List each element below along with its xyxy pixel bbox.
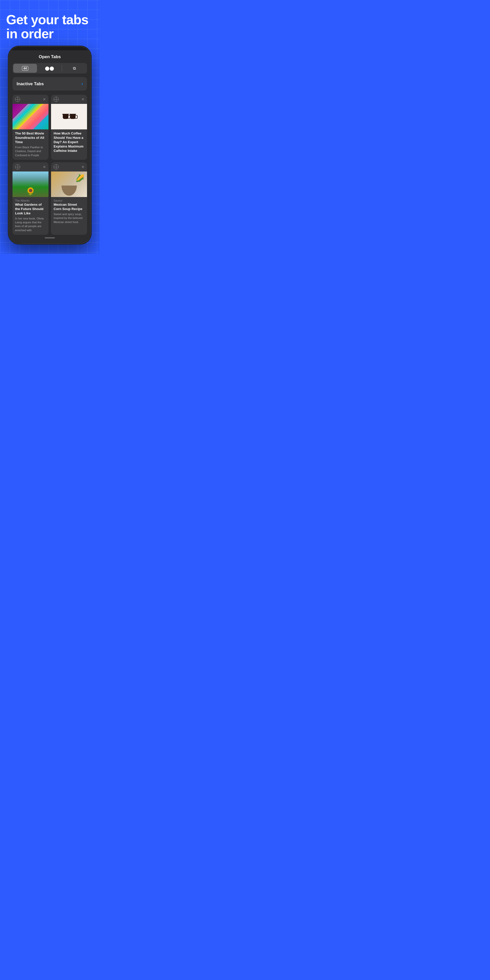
tab-count-badge: 44	[22, 66, 28, 71]
inactive-tabs-label: Inactive Tabs	[17, 81, 44, 86]
tab-card-header: ✕	[51, 162, 87, 172]
phone-frame: Open Tabs 44 ⬤⬤ ⧉ Ina	[9, 47, 91, 243]
tab-card-content: The 50 Best Movie Soundtracks of All Tim…	[13, 129, 48, 160]
browser-screen: Open Tabs 44 ⬤⬤ ⧉ Ina	[9, 50, 91, 243]
tab-selector-divider	[62, 65, 62, 71]
tab-card-header: ✕	[51, 95, 87, 104]
tab-thumbnail-soundtracks	[13, 104, 48, 129]
scroll-indicator	[45, 237, 55, 239]
tab-option-private[interactable]: ⬤⬤	[38, 64, 61, 73]
tab-thumbnail-garden	[13, 172, 48, 197]
inactive-tabs-row[interactable]: Inactive Tabs ›	[13, 77, 87, 91]
tabs-grid: ✕ The 50 Best Movie Soundtracks of All T…	[13, 95, 87, 235]
coffee-cups-illustration	[63, 115, 76, 119]
tab-source: The Atlantic	[15, 199, 46, 202]
tab-card-header: ✕	[13, 95, 48, 104]
tab-close-button[interactable]: ✕	[81, 97, 84, 101]
globe-icon	[15, 164, 20, 169]
chevron-right-icon: ›	[81, 81, 83, 86]
open-tabs-title: Open Tabs	[39, 54, 61, 59]
tab-excerpt: Sweet and spicy soup, inspired by the be…	[54, 212, 84, 224]
tab-card-header: ✕	[13, 162, 48, 172]
coffee-cup-left	[63, 115, 68, 119]
phone-mockup: Open Tabs 44 ⬤⬤ ⧉ Ina	[0, 47, 100, 254]
tab-close-button[interactable]: ✕	[43, 97, 46, 101]
globe-icon	[54, 164, 59, 169]
tab-close-button[interactable]: ✕	[81, 165, 84, 169]
coffee-cup-right	[70, 115, 76, 119]
tab-thumbnail-corn	[51, 172, 87, 197]
tab-type-selector[interactable]: 44 ⬤⬤ ⧉	[13, 63, 87, 73]
tab-title: What Gardens of the Future Should Look L…	[15, 203, 46, 216]
tab-title: Mexican Street Corn Soup Recipe	[54, 203, 84, 211]
open-tabs-header: Open Tabs	[9, 50, 91, 63]
tab-source: Saveur	[54, 199, 84, 202]
bowl-illustration	[62, 186, 77, 196]
tab-thumbnail-coffee	[51, 104, 87, 129]
notch	[9, 47, 91, 50]
tab-card[interactable]: ✕ The Atlantic What Gardens of the Futur…	[13, 162, 48, 235]
tab-card-content: Saveur Mexican Street Corn Soup Recipe S…	[51, 197, 87, 227]
mask-icon: ⬤⬤	[45, 66, 54, 71]
synced-tabs-icon: ⧉	[73, 66, 76, 71]
tab-card-content: The Atlantic What Gardens of the Future …	[13, 197, 48, 235]
tab-excerpt: From Black Panther to Clueless, Dazed an…	[15, 145, 46, 157]
tab-title: How Much Coffee Should You Have a Day? A…	[54, 131, 84, 153]
tab-card-content: How Much Coffee Should You Have a Day? A…	[51, 129, 87, 156]
tab-option-synced[interactable]: ⧉	[62, 64, 86, 73]
tab-excerpt: In her new book, Olivia Laing argues tha…	[15, 217, 46, 232]
phone-screen: Open Tabs 44 ⬤⬤ ⧉ Ina	[9, 47, 91, 243]
tab-card[interactable]: ✕ Saveur Mexican Street Corn Soup Recipe…	[51, 162, 87, 235]
tab-card[interactable]: ✕ How Much Coffee Should You Have a Day?…	[51, 95, 87, 160]
tab-close-button[interactable]: ✕	[43, 165, 46, 169]
globe-icon	[15, 97, 20, 102]
tab-option-normal[interactable]: 44	[13, 64, 37, 73]
globe-icon	[54, 97, 59, 102]
tab-card[interactable]: ✕ The 50 Best Movie Soundtracks of All T…	[13, 95, 48, 160]
hero-title: Get your tabs in order	[6, 13, 94, 41]
tab-title: The 50 Best Movie Soundtracks of All Tim…	[15, 131, 46, 145]
hero-section: Get your tabs in order	[0, 0, 100, 47]
